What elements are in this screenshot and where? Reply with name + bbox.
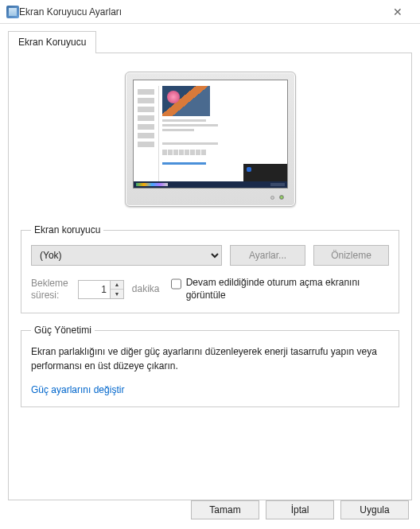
app-icon bbox=[6, 6, 19, 18]
titlebar: Ekran Koruyucu Ayarları ✕ bbox=[0, 0, 420, 24]
power-group: Güç Yönetimi Ekran parlaklığını ve diğer… bbox=[21, 325, 399, 407]
tab-strip: Ekran Koruyucu bbox=[8, 30, 412, 53]
wait-input[interactable] bbox=[78, 280, 110, 299]
power-description: Ekran parlaklığını ve diğer güç ayarları… bbox=[31, 345, 389, 373]
screensaver-group: Ekran koruyucu (Yok) Ayarlar... Önizleme… bbox=[21, 224, 399, 313]
tab-content: Ekran koruyucu (Yok) Ayarlar... Önizleme… bbox=[8, 53, 412, 500]
monitor-preview bbox=[21, 72, 399, 207]
ok-button[interactable]: Tamam bbox=[191, 500, 259, 519]
spin-up-icon[interactable]: ▲ bbox=[111, 281, 123, 290]
preview-button[interactable]: Önizleme bbox=[313, 245, 389, 266]
screensaver-legend: Ekran koruyucu bbox=[31, 224, 103, 235]
window-title: Ekran Koruyucu Ayarları bbox=[19, 6, 382, 18]
close-icon[interactable]: ✕ bbox=[382, 6, 414, 18]
screensaver-dropdown[interactable]: (Yok) bbox=[31, 245, 222, 266]
spin-down-icon[interactable]: ▼ bbox=[111, 290, 123, 298]
tab-screensaver[interactable]: Ekran Koruyucu bbox=[8, 31, 96, 53]
settings-button[interactable]: Ayarlar... bbox=[230, 245, 305, 266]
wait-spinner[interactable]: ▲ ▼ bbox=[78, 280, 124, 299]
wait-label: Bekleme süresi: bbox=[31, 278, 70, 301]
cancel-button[interactable]: İptal bbox=[266, 500, 334, 519]
power-legend: Güç Yönetimi bbox=[31, 325, 95, 336]
resume-label: Devam edildiğinde oturum açma ekranını g… bbox=[186, 277, 389, 301]
wait-unit: dakika bbox=[132, 283, 160, 295]
power-settings-link[interactable]: Güç ayarlarını değiştir bbox=[31, 384, 124, 395]
resume-checkbox[interactable] bbox=[171, 278, 181, 290]
apply-button[interactable]: Uygula bbox=[340, 500, 409, 519]
dialog-buttons: Tamam İptal Uygula bbox=[191, 500, 409, 519]
